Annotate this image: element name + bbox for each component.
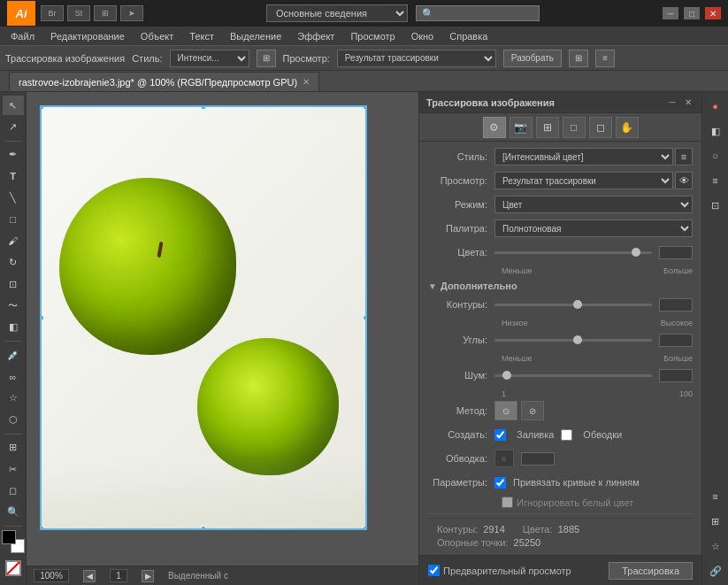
canvas-area[interactable]: ◀ ▶ Выделенный с: [27, 92, 418, 585]
minimize-button[interactable]: ─: [663, 7, 678, 19]
stroke-value-input[interactable]: 10 px: [521, 452, 555, 466]
slice-tool[interactable]: ✂: [3, 459, 24, 479]
contours-slider-thumb[interactable]: [573, 300, 582, 309]
nav-prev-btn[interactable]: ◀: [83, 570, 96, 582]
canvas-tab[interactable]: rastrovoe-izobrajenie3.jpg* @ 100% (RGB/…: [9, 72, 319, 91]
trace-hand-btn[interactable]: ✋: [616, 117, 639, 138]
menu-view[interactable]: Просмотр: [343, 29, 402, 43]
menu-edit[interactable]: Редактирование: [43, 29, 132, 43]
trace-photo-btn[interactable]: 📷: [510, 117, 533, 138]
scale-tool[interactable]: ⊡: [3, 274, 24, 294]
nav-next-btn[interactable]: ▶: [142, 570, 154, 582]
title-dropdown[interactable]: Основные сведения: [266, 4, 408, 22]
right-panel-artboards[interactable]: ⊞: [705, 511, 726, 532]
menu-object[interactable]: Объект: [134, 29, 180, 43]
snap-checkbox[interactable]: [494, 477, 506, 489]
gradient-tool[interactable]: ◧: [3, 318, 24, 337]
select-tool[interactable]: ↖: [3, 96, 24, 115]
colors-slider-container: [494, 247, 652, 258]
trace-grid-btn[interactable]: ⊞: [536, 117, 559, 138]
noise-range-labels: 1 100: [428, 389, 693, 398]
graph-tool[interactable]: ⬡: [3, 410, 24, 429]
brush-tool[interactable]: 🖌: [3, 231, 24, 250]
maximize-button[interactable]: □: [684, 7, 700, 19]
rect-tool[interactable]: □: [3, 210, 24, 229]
mode-label: Режим:: [428, 199, 494, 210]
title-bar-left: Ai Br St ⊞ ➤: [7, 1, 143, 26]
contours-value-input[interactable]: 50%: [659, 298, 693, 312]
style-menu-icon[interactable]: ≡: [675, 148, 693, 165]
panel-minimize-icon[interactable]: ─: [666, 96, 678, 109]
noise-value-input[interactable]: 5 px: [659, 369, 693, 382]
right-panel-appear[interactable]: ○: [705, 145, 726, 166]
blend-tool[interactable]: ∞: [3, 366, 24, 386]
ignore-white-checkbox[interactable]: [502, 496, 513, 508]
menu-select[interactable]: Выделение: [223, 29, 288, 43]
right-panel-transform[interactable]: ⊡: [705, 195, 726, 216]
artboard-tool[interactable]: ⊞: [3, 437, 24, 457]
method-btn-2[interactable]: ⊘: [521, 401, 544, 420]
trace-button[interactable]: Трассировка: [609, 562, 693, 580]
preview-select[interactable]: Результат трассировки: [337, 50, 496, 67]
menu-text[interactable]: Текст: [182, 29, 221, 43]
noise-slider-thumb[interactable]: [502, 371, 511, 380]
colors-slider-thumb[interactable]: [632, 248, 640, 257]
preview-eye-icon[interactable]: 👁: [675, 172, 693, 189]
trace-auto-btn[interactable]: ⚙: [483, 117, 506, 138]
right-panel-assets[interactable]: ☆: [705, 535, 726, 557]
menu-effect[interactable]: Эффект: [290, 29, 341, 43]
close-button[interactable]: ✕: [705, 7, 721, 19]
pen-tool[interactable]: ✒: [3, 145, 24, 165]
more-options-icon[interactable]: ≡: [595, 50, 615, 67]
style-form-select[interactable]: [Интенсивный цвет]: [494, 148, 673, 165]
grid-icon[interactable]: ⊞: [94, 5, 117, 21]
colors-control: 85: [494, 246, 693, 259]
trace-rect-btn[interactable]: □: [563, 117, 586, 138]
title-search[interactable]: [416, 5, 540, 21]
stroke-checkbox[interactable]: [561, 429, 572, 441]
warp-tool[interactable]: 〜: [3, 296, 24, 315]
menu-window[interactable]: Окно: [404, 29, 441, 43]
right-panel-links[interactable]: 🔗: [705, 560, 726, 581]
right-panel-gradient[interactable]: ◧: [705, 120, 726, 142]
rotate-tool[interactable]: ↻: [3, 253, 24, 273]
stroke-width-label: Обводка:: [428, 453, 494, 464]
arrow-icon[interactable]: ➤: [120, 5, 143, 21]
fill-checkbox[interactable]: [494, 429, 506, 441]
line-tool[interactable]: ╲: [3, 188, 24, 207]
preview-form-select[interactable]: Результат трассировки: [494, 172, 673, 189]
foreground-color-swatch[interactable]: [2, 530, 16, 544]
zoom-input[interactable]: [34, 569, 69, 582]
method-btn-1[interactable]: ⊙: [494, 401, 517, 420]
zoom-tool[interactable]: 🔍: [3, 503, 24, 522]
page-input[interactable]: [110, 569, 127, 582]
right-panel-color[interactable]: ●: [705, 96, 726, 117]
advanced-section-header[interactable]: ▼ Дополнительно: [428, 281, 693, 291]
menu-file[interactable]: Файл: [4, 29, 42, 43]
options-settings-icon[interactable]: ⊞: [257, 50, 276, 67]
panel-close-icon[interactable]: ✕: [682, 96, 694, 109]
none-color-swatch[interactable]: [5, 560, 21, 576]
direct-select-tool[interactable]: ↗: [3, 117, 24, 136]
angles-value-input[interactable]: 50%: [659, 334, 693, 347]
grid-options-icon[interactable]: ⊞: [569, 50, 588, 67]
eyedropper-tool[interactable]: 💉: [3, 345, 24, 365]
colors-value-input[interactable]: 85: [659, 246, 693, 259]
contours-row: Контуры: 50%: [428, 295, 693, 314]
menu-help[interactable]: Справка: [442, 29, 494, 43]
mode-select[interactable]: Цвет: [494, 196, 693, 213]
trace-outline-btn[interactable]: ◻: [589, 117, 612, 138]
angles-slider-thumb[interactable]: [573, 335, 582, 344]
type-tool[interactable]: T: [3, 166, 24, 186]
trace-options-label: Трассировка изображения: [5, 53, 125, 64]
preview-checkbox[interactable]: [428, 565, 440, 576]
palette-select[interactable]: Полнотоновая: [494, 219, 693, 237]
right-panel-layers[interactable]: ≡: [705, 486, 726, 507]
tab-close-icon[interactable]: ✕: [303, 77, 310, 87]
disband-button[interactable]: Разобрать: [503, 50, 562, 67]
right-panel-align[interactable]: ≡: [705, 170, 726, 191]
style-select[interactable]: Интенси...: [170, 50, 249, 67]
preview-form-label: Просмотр:: [428, 175, 494, 186]
eraser-tool[interactable]: ◻: [3, 481, 24, 500]
symbol-tool[interactable]: ☆: [3, 389, 24, 408]
